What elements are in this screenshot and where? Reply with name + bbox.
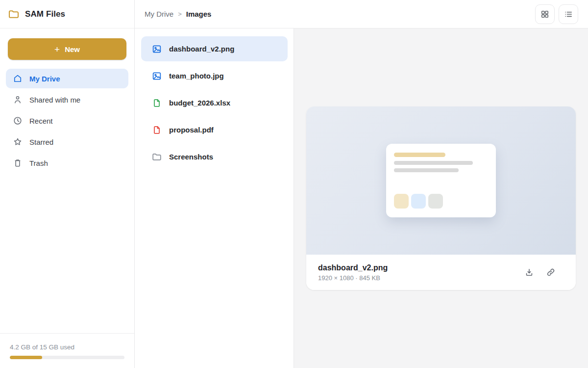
skeleton-text-bar-1 (394, 161, 473, 165)
file-name: team_photo.jpg (169, 72, 224, 80)
copy-link-button[interactable] (545, 267, 556, 278)
skeleton-text-bar-2 (394, 168, 459, 172)
sidebar-item-label: Starred (29, 138, 53, 146)
sidebar-item-trash[interactable]: Trash (6, 153, 128, 173)
file-row-proposal-pdf[interactable]: proposal.pdf (141, 117, 288, 142)
storage-usage-text: 4.2 GB of 15 GB used (10, 343, 124, 351)
sidebar-item-starred[interactable]: Starred (6, 132, 128, 152)
download-icon (524, 267, 534, 277)
preview-card: dashboard_v2.png 1920 × 1080 · 845 KB (306, 106, 576, 290)
file-row-team-photo-jpg[interactable]: team_photo.jpg (141, 63, 288, 88)
app-window: SAM Files + New My Drive (0, 0, 588, 368)
app-logo: SAM Files (0, 0, 134, 28)
folder-logo-icon (8, 8, 20, 20)
storage-progress-track (10, 356, 124, 359)
preview-actions (524, 267, 556, 278)
preview-panel: dashboard_v2.png 1920 × 1080 · 845 KB (294, 28, 588, 368)
clock-icon (13, 116, 23, 126)
grid-view-icon (540, 9, 550, 19)
breadcrumb: My Drive > Images (145, 10, 211, 18)
image-file-icon (151, 71, 162, 81)
sidebar-item-shared-with-me[interactable]: Shared with me (6, 90, 128, 109)
spreadsheet-file-icon (151, 98, 162, 108)
sidebar: SAM Files + New My Drive (0, 0, 135, 368)
skeleton-tile-blue (411, 194, 426, 209)
download-button[interactable] (524, 267, 535, 278)
breadcrumb-current: Images (186, 10, 212, 18)
sidebar-item-label: Shared with me (29, 96, 80, 104)
list-view-button[interactable] (559, 4, 578, 24)
sidebar-item-label: Recent (29, 117, 53, 125)
file-name: Screenshots (169, 153, 213, 161)
grid-view-button[interactable] (535, 4, 555, 24)
app-title: SAM Files (25, 9, 65, 19)
file-row-dashboard-v2-png[interactable]: dashboard_v2.png (141, 36, 288, 61)
folder-icon (151, 152, 162, 162)
list-view-icon (564, 9, 573, 19)
sidebar-item-my-drive[interactable]: My Drive (6, 69, 128, 88)
file-name: proposal.pdf (169, 126, 214, 134)
new-button-container: + New (0, 28, 134, 66)
preview-file-meta: 1920 × 1080 · 845 KB (318, 274, 388, 282)
preview-file-info: dashboard_v2.png 1920 × 1080 · 845 KB (318, 263, 388, 282)
preview-thumbnail (386, 144, 496, 217)
new-button-label: New (65, 45, 80, 53)
storage-section: 4.2 GB of 15 GB used (0, 333, 134, 368)
skeleton-title-bar (394, 153, 445, 157)
person-icon (13, 95, 23, 105)
star-icon (13, 137, 23, 147)
trash-icon (13, 158, 23, 168)
preview-viewport (306, 106, 576, 255)
skeleton-tile-gray (428, 194, 443, 209)
sidebar-item-label: My Drive (29, 75, 60, 83)
content-area: dashboard_v2.png team_photo.jpg (135, 28, 588, 368)
storage-progress-fill (10, 356, 42, 359)
file-row-screenshots-folder[interactable]: Screenshots (141, 144, 288, 169)
home-icon (13, 74, 23, 83)
breadcrumb-parent[interactable]: My Drive (145, 10, 173, 18)
new-button[interactable]: + New (8, 38, 126, 60)
sidebar-item-recent[interactable]: Recent (6, 111, 128, 131)
file-name: budget_2026.xlsx (169, 99, 230, 107)
breadcrumb-separator: > (178, 10, 182, 18)
file-name: dashboard_v2.png (169, 45, 234, 53)
link-icon (546, 267, 556, 277)
file-list: dashboard_v2.png team_photo.jpg (135, 28, 294, 368)
file-row-budget-2026-xlsx[interactable]: budget_2026.xlsx (141, 90, 288, 115)
pdf-file-icon (151, 125, 162, 135)
skeleton-tile-gold (394, 194, 409, 209)
view-toggle-group (535, 4, 578, 24)
sidebar-item-label: Trash (29, 159, 48, 167)
image-file-icon (151, 44, 162, 54)
sidebar-nav: My Drive Shared with me (0, 66, 134, 173)
sidebar-spacer (0, 173, 134, 333)
main-area: My Drive > Images (135, 0, 588, 368)
top-bar: My Drive > Images (135, 0, 588, 28)
plus-icon: + (54, 45, 60, 54)
preview-file-name: dashboard_v2.png (318, 263, 388, 272)
preview-footer: dashboard_v2.png 1920 × 1080 · 845 KB (306, 255, 576, 290)
skeleton-tile-row (394, 194, 488, 209)
